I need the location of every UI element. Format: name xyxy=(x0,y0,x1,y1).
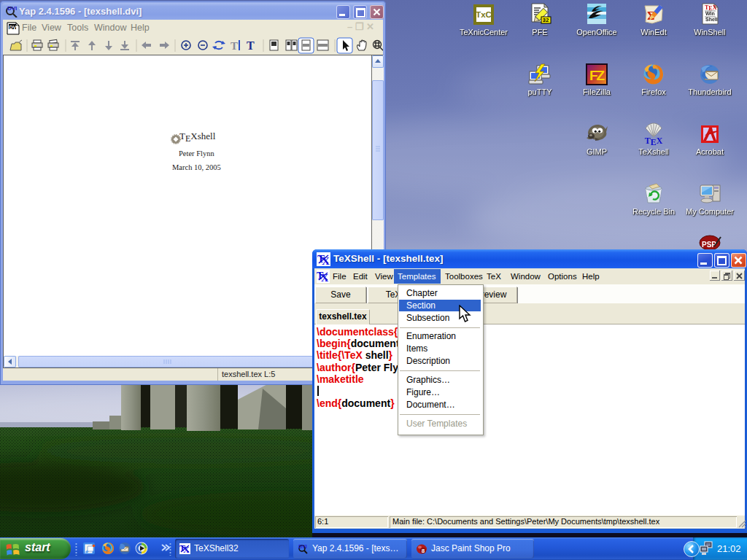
svg-text:T: T xyxy=(247,39,255,52)
svg-text:PSP: PSP xyxy=(702,241,716,249)
svg-text:DVI: DVI xyxy=(7,5,17,12)
svg-text:32: 32 xyxy=(543,17,549,23)
svg-text:TEX: TEX xyxy=(645,136,663,146)
svg-text:DVI: DVI xyxy=(9,25,18,30)
svg-text:8: 8 xyxy=(422,548,425,554)
svg-text:FZ: FZ xyxy=(589,68,605,83)
svg-text:Shell: Shell xyxy=(705,17,718,22)
svg-text:Win: Win xyxy=(705,11,715,16)
svg-text:T: T xyxy=(231,40,238,52)
svg-text:DVI: DVI xyxy=(298,544,307,549)
svg-text:TxC: TxC xyxy=(476,10,492,19)
